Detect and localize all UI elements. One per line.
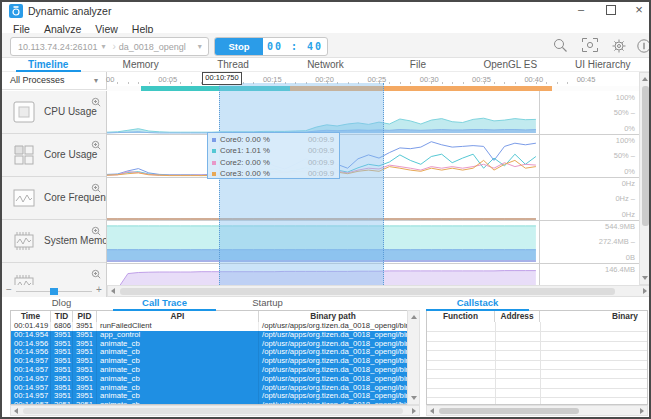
chart-row-core-usage[interactable]: Core Usage: [2, 134, 106, 177]
slider-handle[interactable]: [50, 288, 58, 295]
tooltip-row: Core0: 0.00 %00:09.9: [208, 135, 339, 145]
scroll-up-icon[interactable]: [642, 77, 648, 81]
cpu-icon: [9, 97, 39, 131]
table-row[interactable]: 00:14.95739513951animate_cb/opt/usr/apps…: [11, 357, 408, 366]
axis-label: 100%: [616, 93, 635, 102]
minimize-button[interactable]: –: [568, 2, 594, 18]
maximize-button[interactable]: [598, 2, 624, 18]
ruler-minor-tick: [117, 82, 118, 84]
scrollbar-thumb[interactable]: [439, 408, 579, 414]
column-header-pid[interactable]: PID: [73, 311, 97, 322]
column-separator: [540, 322, 541, 405]
chart-row-partial[interactable]: [2, 263, 106, 286]
ruler-minor-tick: [515, 82, 516, 84]
scrollbar-thumb[interactable]: [642, 86, 649, 226]
column-header-function[interactable]: Function: [427, 311, 495, 322]
scroll-left-icon[interactable]: [14, 408, 18, 414]
scroll-right-icon[interactable]: [643, 288, 647, 294]
column-header-time[interactable]: Time: [11, 311, 51, 322]
application-dropdown[interactable]: da_0018_opengl: [119, 42, 186, 52]
chart-row-label: CPU Usage: [44, 106, 97, 117]
tab-timeline[interactable]: Timeline: [2, 58, 94, 71]
cell: 00:14.956: [11, 348, 51, 357]
series-color-dot: [212, 161, 216, 165]
zoom-in-icon[interactable]: [91, 265, 101, 283]
chart-row-cpu-usage[interactable]: CPU Usage: [2, 91, 106, 134]
ruler-cursor-marker[interactable]: 00:10:750: [202, 72, 242, 85]
tab-network[interactable]: Network: [279, 58, 371, 71]
bottom-tab-callstack[interactable]: Callstack: [426, 297, 529, 311]
chart-horizontal-scrollbar[interactable]: [107, 285, 651, 297]
chart-row-system-memory[interactable]: System Memory: [2, 220, 106, 263]
table-row[interactable]: 00:14.95739513951animate_cb/opt/usr/apps…: [11, 392, 408, 401]
call-trace-table: TimeTIDPIDAPIBinary path 00:01.419680639…: [10, 310, 408, 405]
callstack-horizontal-scrollbar[interactable]: [426, 405, 648, 416]
chevron-down-icon: ▾: [198, 42, 202, 51]
column-header-api[interactable]: API: [97, 311, 259, 322]
scroll-left-icon[interactable]: [111, 288, 115, 294]
bottom-tab-call-trace[interactable]: Call Trace: [113, 297, 216, 311]
ruler-minor-tick: [149, 82, 150, 84]
tooltip-core-value: Core1: 1.01 %: [220, 146, 270, 155]
scroll-left-icon[interactable]: [430, 408, 434, 414]
chevron-down-icon: ▾: [94, 72, 98, 89]
zoom-out-button[interactable]: −: [6, 284, 12, 295]
bottom-tab-dlog[interactable]: Dlog: [10, 297, 113, 309]
table-row[interactable]: 00:14.95639513951animate_cb/opt/usr/apps…: [11, 340, 408, 349]
tab-memory[interactable]: Memory: [94, 58, 186, 71]
scrollbar-thumb[interactable]: [120, 288, 615, 295]
tooltip-row: Core2: 0.00 %00:09.9: [208, 158, 339, 168]
tab-file[interactable]: File: [372, 58, 464, 71]
scroll-up-icon[interactable]: [411, 315, 417, 319]
process-filter-dropdown[interactable]: All Processes ▾: [2, 72, 107, 90]
device-dropdown[interactable]: 10.113.74.24:26101: [18, 42, 97, 52]
table-row[interactable]: 00:14.95739513951animate_cb/opt/usr/apps…: [11, 375, 408, 384]
bottom-tab-startup[interactable]: Startup: [216, 297, 319, 309]
call-trace-horizontal-scrollbar[interactable]: [10, 405, 420, 416]
scrollbar-thumb[interactable]: [23, 408, 403, 414]
column-header-binary-path[interactable]: Binary path: [259, 311, 408, 322]
column-header-tid[interactable]: TID: [51, 311, 73, 322]
stop-button[interactable]: Stop: [215, 38, 263, 55]
axis-label: 50% –: [614, 108, 635, 117]
table-row[interactable]: 00:14.95439513951app_control/opt/usr/app…: [11, 331, 408, 340]
about-icon[interactable]: [636, 37, 651, 55]
scroll-down-icon[interactable]: [642, 276, 648, 280]
cell: /opt/usr/apps/org.tizen.da_0018_opengl/b…: [259, 331, 408, 340]
column-header-address[interactable]: Address: [495, 311, 540, 322]
chart-vertical-scrollbar[interactable]: [639, 72, 651, 285]
zoom-in-icon[interactable]: [91, 136, 101, 154]
scroll-right-icon[interactable]: [412, 408, 416, 414]
settings-icon[interactable]: [610, 37, 628, 55]
table-row[interactable]: 00:14.95739513951animate_cb/opt/usr/apps…: [11, 384, 408, 393]
target-selector: 10.113.74.24:26101 ▾ › da_0018_opengl ▾: [10, 37, 209, 56]
cell: /opt/usr/apps/org.tizen.da_0018_opengl/b…: [259, 384, 408, 393]
tab-ui-hierarchy[interactable]: UI Hierarchy: [557, 58, 649, 71]
menu-bar: FileAnalyzeViewHelp: [6, 19, 160, 32]
close-button[interactable]: ×: [626, 2, 651, 18]
tab-thread[interactable]: Thread: [187, 58, 279, 71]
ruler-minor-tick: [442, 82, 443, 84]
table-row[interactable]: 00:14.95639513951animate_cb/opt/usr/apps…: [11, 348, 408, 357]
series-color-dot: [212, 138, 216, 142]
tooltip-row: Core1: 1.01 %00:09.9: [208, 146, 339, 156]
timeline-selection-region[interactable]: [219, 83, 384, 285]
tooltip-core-value: Core0: 0.00 %: [220, 135, 270, 144]
tab-opengl-es[interactable]: OpenGL ES: [464, 58, 556, 71]
zoom-in-icon[interactable]: [91, 179, 101, 197]
zoom-in-icon[interactable]: [91, 222, 101, 240]
cell: 00:14.956: [11, 340, 51, 349]
scroll-right-icon[interactable]: [640, 408, 644, 414]
chart-row-core-frequency[interactable]: Core Frequency: [2, 177, 106, 220]
search-icon[interactable]: [552, 37, 570, 55]
call-trace-vertical-scrollbar[interactable]: [407, 310, 420, 405]
scroll-down-icon[interactable]: [411, 396, 417, 400]
zoom-in-button[interactable]: +: [96, 284, 102, 295]
zoom-in-icon[interactable]: [91, 93, 101, 111]
column-header-binary-path[interactable]: Binary path: [540, 311, 648, 322]
ruler-label: 00:05: [158, 75, 177, 84]
cell: 3951: [51, 392, 73, 401]
screenshot-icon[interactable]: [581, 37, 599, 55]
cell: 3951: [51, 384, 73, 393]
table-row[interactable]: 00:14.95739513951animate_cb/opt/usr/apps…: [11, 366, 408, 375]
